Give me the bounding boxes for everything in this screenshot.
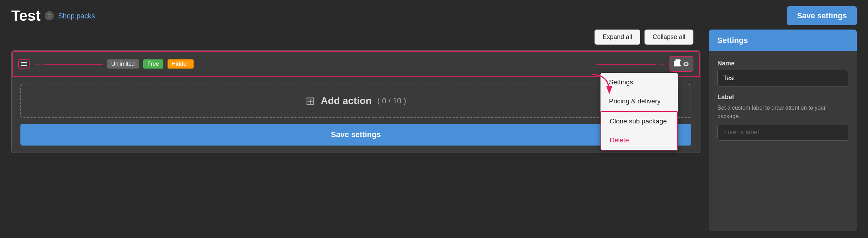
- sort-handle-line-3: [21, 65, 27, 66]
- add-action-text: Add action: [321, 95, 372, 107]
- sidebar-body: Name Label Set a custom label to draw at…: [709, 51, 857, 149]
- collapse-all-button[interactable]: Collapse all: [644, 30, 693, 45]
- add-action-area[interactable]: ⊞ Add action ( 0 / 10 ): [20, 84, 691, 118]
- gear-icon: [674, 59, 681, 66]
- expand-all-button[interactable]: Expand all: [595, 30, 640, 45]
- sidebar-label-input[interactable]: [717, 124, 848, 141]
- add-action-count: ( 0 / 10 ): [377, 96, 406, 105]
- sidebar-name-field: Name: [717, 60, 848, 86]
- context-menu-settings[interactable]: Settings: [600, 73, 678, 92]
- sidebar-label-field: Label Set a custom label to draw attenti…: [717, 94, 848, 141]
- main-content: Expand all Collapse all ←—————— Unlimite…: [0, 30, 868, 238]
- unlimited-badge: Unlimited: [107, 59, 139, 69]
- context-menu-delete[interactable]: Delete: [601, 131, 677, 150]
- center-area: Expand all Collapse all ←—————— Unlimite…: [11, 30, 700, 231]
- add-action-icon: ⊞: [306, 94, 315, 108]
- sort-handle-line-1: [21, 62, 27, 63]
- free-badge: Free: [143, 59, 163, 69]
- sidebar-name-label: Name: [717, 60, 848, 67]
- save-settings-header-button[interactable]: Save settings: [787, 6, 857, 25]
- sidebar-name-input[interactable]: [717, 70, 848, 86]
- context-menu-clone[interactable]: Clone sub package: [601, 112, 677, 131]
- right-arrow-annotation: ——————→: [198, 58, 665, 70]
- save-settings-package-button[interactable]: Save settings: [20, 124, 691, 146]
- sidebar-label-label: Label: [717, 94, 848, 101]
- left-arrow-annotation: ←——————: [34, 58, 103, 70]
- package-body: ⊞ Add action ( 0 / 10 ) Save settings: [12, 77, 700, 153]
- help-icon[interactable]: ?: [45, 11, 54, 20]
- right-sidebar: Settings Name Label Set a custom label t…: [709, 30, 857, 231]
- sidebar-header: Settings: [709, 30, 857, 51]
- page-header: Test ? Shop packs Save settings: [0, 0, 868, 30]
- page-title: Test: [11, 7, 40, 24]
- shop-packs-link[interactable]: Shop packs: [58, 12, 95, 20]
- context-menu-pricing-delivery[interactable]: Pricing & delivery: [600, 92, 678, 111]
- header-left: Test ? Shop packs: [11, 7, 95, 24]
- package-header-row: ←—————— Unlimited Free Hidden ——————→ ⚙ …: [12, 51, 700, 77]
- package-card: ←—————— Unlimited Free Hidden ——————→ ⚙ …: [11, 50, 700, 153]
- context-menu: Settings Pricing & delivery Clone sub pa…: [600, 73, 678, 150]
- expand-collapse-row: Expand all Collapse all: [11, 30, 700, 45]
- sort-handle[interactable]: [18, 59, 30, 69]
- gear-button[interactable]: ⚙: [669, 56, 693, 72]
- sidebar-label-description: Set a custom label to draw attention to …: [717, 104, 848, 121]
- hidden-badge: Hidden: [168, 59, 194, 69]
- context-menu-highlighted-section: Clone sub package Delete: [600, 111, 678, 150]
- sort-handle-line-2: [21, 64, 27, 64]
